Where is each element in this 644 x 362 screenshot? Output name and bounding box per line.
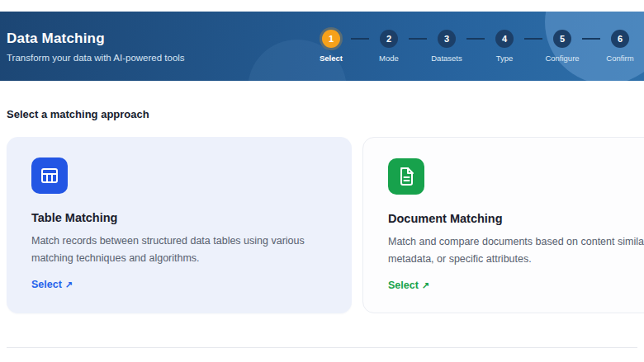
table-icon — [31, 157, 68, 194]
step-3-label: Datasets — [431, 54, 462, 63]
document-icon — [388, 158, 424, 195]
card-description: Match and compare documents based on con… — [388, 233, 644, 267]
section-heading: Select a matching approach — [7, 108, 149, 120]
step-5-label: Configure — [545, 54, 579, 63]
external-link-arrow-icon: ↗ — [65, 280, 73, 290]
step-1-circle[interactable]: 1 — [322, 30, 340, 48]
card-document-matching[interactable]: Document Matching Match and compare docu… — [362, 137, 644, 313]
step-4-label: Type — [496, 54, 514, 63]
step-5-circle[interactable]: 5 — [553, 30, 571, 48]
card-table-matching[interactable]: Table Matching Match records between str… — [7, 137, 352, 313]
step-configure[interactable]: 5 Configure — [545, 30, 580, 63]
step-3-circle[interactable]: 3 — [438, 30, 456, 48]
step-connector — [582, 38, 600, 40]
step-datasets[interactable]: 3 Datasets — [429, 30, 464, 63]
step-mode[interactable]: 2 Mode — [372, 30, 406, 63]
external-link-arrow-icon: ↗ — [422, 280, 429, 291]
approach-cards: Table Matching Match records between str… — [7, 137, 644, 313]
step-1-label: Select — [320, 54, 343, 63]
select-table-matching-link[interactable]: Select ↗ — [31, 279, 73, 290]
wizard-stepper: 1 Select 2 Mode 3 Datasets 4 Type 5 Conf… — [314, 30, 639, 63]
page-title: Data Matching — [7, 31, 185, 47]
step-6-label: Confirm — [606, 54, 633, 63]
step-connector — [466, 38, 485, 40]
step-connector — [409, 38, 427, 40]
select-link-label: Select — [388, 280, 419, 291]
header-text-block: Data Matching Transform your data with A… — [7, 31, 185, 63]
card-description: Match records between structured data ta… — [31, 233, 327, 266]
bottom-divider — [7, 347, 637, 348]
step-select[interactable]: 1 Select — [314, 30, 348, 63]
select-link-label: Select — [31, 279, 62, 290]
step-connector — [524, 38, 542, 40]
step-connector — [351, 38, 369, 40]
card-title: Document Matching — [388, 212, 644, 225]
step-type[interactable]: 4 Type — [487, 30, 522, 63]
card-title: Table Matching — [31, 211, 327, 224]
step-confirm[interactable]: 6 Confirm — [603, 30, 637, 63]
step-6-circle[interactable]: 6 — [611, 30, 629, 48]
step-4-circle[interactable]: 4 — [495, 30, 514, 48]
step-2-circle[interactable]: 2 — [380, 30, 398, 48]
page: Data Matching Transform your data with A… — [0, 0, 644, 362]
page-header: Data Matching Transform your data with A… — [0, 12, 644, 81]
page-subtitle: Transform your data with AI-powered tool… — [7, 53, 185, 63]
select-document-matching-link[interactable]: Select ↗ — [388, 280, 429, 291]
step-2-label: Mode — [379, 54, 399, 63]
